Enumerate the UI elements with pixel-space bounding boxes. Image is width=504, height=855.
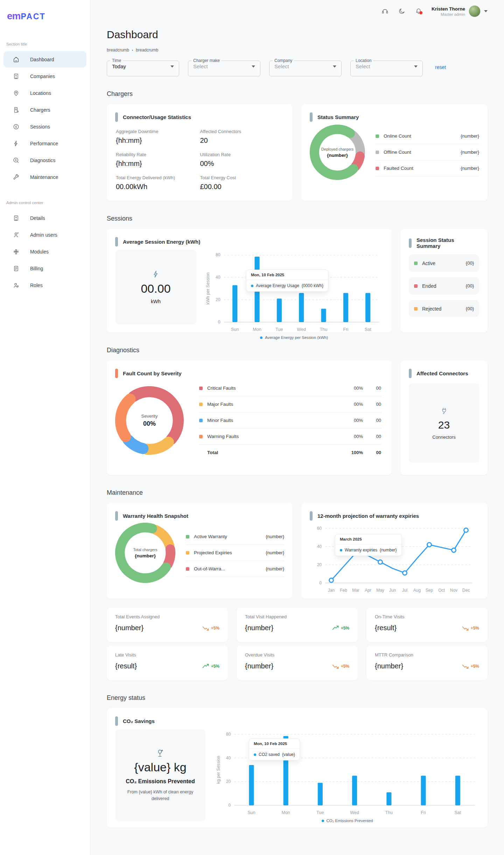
section-heading-maintenance: Maintenance: [107, 489, 488, 496]
sidebar-item-label: Details: [30, 215, 45, 221]
svg-text:kg per Session: kg per Session: [216, 756, 221, 784]
stat-aggregate-downtime: Aggregate Downtime{hh:mm}: [116, 129, 200, 145]
billing-icon: [13, 265, 20, 272]
fault-row-warning: Warning Faults00%00: [199, 429, 381, 445]
connector-usage-statistics-card: Connector/Usage Statistics Aggregate Dow…: [107, 104, 293, 201]
sidebar-item-billing[interactable]: Billing: [4, 260, 86, 277]
svg-text:Sep: Sep: [426, 588, 433, 593]
svg-text:Oct: Oct: [438, 588, 445, 593]
card-title-pill: [115, 369, 118, 378]
svg-text:Thu: Thu: [320, 327, 328, 332]
card-title: 12-month projection of warranty expiries: [317, 513, 419, 519]
svg-text:0: 0: [319, 581, 322, 585]
time-filter-select[interactable]: Time Today: [107, 58, 179, 76]
svg-text:Fri: Fri: [343, 327, 349, 332]
home-icon: [13, 56, 20, 63]
affected-connectors-value: 23: [438, 419, 450, 431]
session-energy-unit: kWh: [151, 299, 161, 304]
stat-card-overdue-visits: Overdue Visits {number}+5%: [237, 646, 358, 680]
user-menu[interactable]: Kristen Thorne Master admin: [432, 5, 488, 17]
sidebar-item-modules[interactable]: Modules: [4, 243, 86, 260]
sidebar-item-performance[interactable]: Performance: [4, 135, 86, 152]
bolt-icon: [152, 270, 160, 278]
brand-logo[interactable]: emPACT: [0, 11, 90, 22]
warranty-projection-chart[interactable]: 0204060JanFebMarAprMayJunJulAugSepOctNov…: [310, 523, 479, 595]
roles-icon: [13, 282, 20, 289]
sidebar-item-maintenance[interactable]: Maintenance: [4, 169, 86, 185]
page-title: Dashboard: [107, 29, 488, 41]
fault-row-major: Major Faults00%00: [199, 396, 381, 412]
card-title: Fault Count by Severity: [123, 370, 182, 376]
sidebar-item-dashboard[interactable]: Dashboard: [4, 51, 86, 68]
sidebar-section-title: Section title: [0, 42, 90, 46]
dark-mode-moon-icon[interactable]: [398, 7, 406, 15]
user-name: Kristen Thorne: [432, 6, 465, 12]
sidebar-item-sessions[interactable]: Sessions: [4, 118, 86, 135]
legend-row-online: Online Count{number}: [376, 128, 479, 144]
sidebar-item-chargers[interactable]: Chargers: [4, 102, 86, 118]
co2-savings-card: CO₂ Savings {value} kg CO₂ Emissions Pre…: [107, 708, 488, 828]
svg-text:60: 60: [317, 526, 322, 531]
svg-text:Fri: Fri: [421, 810, 426, 815]
sidebar-item-details[interactable]: Details: [4, 210, 86, 226]
company-filter-label: Company: [273, 58, 294, 63]
sidebar-item-label: Admin users: [30, 232, 57, 238]
fault-row-minor: Minor Faults00%00: [199, 412, 381, 429]
svg-text:Jan: Jan: [328, 588, 335, 593]
stat-affected-connectors: Affected Connectors20: [200, 129, 285, 145]
stat-total-energy-cost: Total Energy Cost£00.00: [200, 175, 285, 191]
sidebar-item-diagnostics[interactable]: Diagnostics: [4, 152, 86, 168]
sidebar-admin-section-title: Admin control center: [0, 201, 90, 205]
co2-value: {value} kg: [134, 760, 186, 774]
svg-text:Nov: Nov: [450, 588, 457, 593]
legend-row-active-warranty: Active Warranty{number}: [186, 529, 284, 545]
chart-legend: CO₂ Emissions Prevented: [215, 819, 479, 823]
plug-icon: [440, 406, 448, 415]
support-headset-icon[interactable]: [381, 7, 389, 15]
reset-filters-link[interactable]: reset: [435, 64, 446, 70]
svg-text:Wed: Wed: [350, 810, 359, 815]
donut-center-value: {number}: [327, 153, 348, 158]
company-filter-select[interactable]: Company Select: [269, 58, 342, 76]
card-title-pill: [409, 238, 412, 248]
trend-indicator: +5%: [202, 664, 219, 669]
sidebar-item-label: Performance: [30, 141, 58, 146]
stat-total-energy-delivered: Total Energy Delivered (kWh)00.00kWh: [116, 175, 200, 191]
fault-donut-chart: Severity 00%: [115, 386, 184, 455]
card-title: Session Status Summary: [416, 237, 479, 249]
user-role: Master admin: [432, 12, 465, 16]
modules-icon: [13, 248, 20, 255]
session-energy-value: 00.00: [141, 282, 170, 296]
session-energy-chart[interactable]: 0204080kWh per SessionSunMonTueWedThuFri…: [205, 250, 383, 340]
chart-tooltip: Mon, 10 Feb 2025 Average Energy Usage{00…: [246, 270, 328, 292]
trend-indicator: +5%: [462, 664, 479, 669]
breadcrumb-item[interactable]: breadcrumb: [107, 48, 129, 53]
co2-stat-panel: {value} kg CO₂ Emissions Prevented From …: [115, 729, 205, 821]
avatar[interactable]: [469, 5, 481, 17]
notifications-bell-icon[interactable]: [415, 7, 422, 15]
sidebar-item-admin-users[interactable]: Admin users: [4, 227, 86, 243]
co2-chart[interactable]: 0204080kg per SessionSunMonTueWedThuFriS…: [215, 729, 479, 823]
topbar: Kristen Thorne Master admin: [107, 3, 488, 20]
svg-text:Dec: Dec: [462, 588, 470, 593]
sidebar-item-roles[interactable]: Roles: [4, 277, 86, 293]
sidebar-item-companies[interactable]: Companies: [4, 68, 86, 84]
breadcrumb-separator: [132, 50, 133, 51]
fault-count-by-severity-card: Fault Count by Severity Severity 00% Cri…: [107, 360, 392, 475]
average-session-energy-card: Average Session Energy (kWh) 00.00 kWh 0…: [107, 229, 392, 333]
time-filter-value: Today: [112, 63, 126, 69]
time-filter-label: Time: [110, 58, 123, 63]
chevron-down-icon: [484, 10, 488, 12]
legend-row-projected-expiries: Projected Expiries{number}: [186, 545, 284, 561]
donut-center-value: {number}: [135, 553, 156, 558]
sidebar-item-locations[interactable]: Locations: [4, 85, 86, 101]
bolt-icon: [13, 140, 20, 147]
breadcrumb-item[interactable]: breadcrumb: [136, 48, 158, 53]
charger-make-filter-select[interactable]: Charger make Select: [188, 58, 260, 76]
trend-indicator: +5%: [202, 626, 219, 631]
chart-tooltip: Mon, 10 Feb 2025 CO2 saved{value}: [249, 738, 300, 760]
legend-row-faulted: Faulted Count{number}: [376, 160, 479, 176]
svg-text:Tue: Tue: [275, 327, 283, 332]
chevron-down-icon: [333, 65, 336, 68]
location-filter-select[interactable]: Location Select: [350, 58, 423, 76]
